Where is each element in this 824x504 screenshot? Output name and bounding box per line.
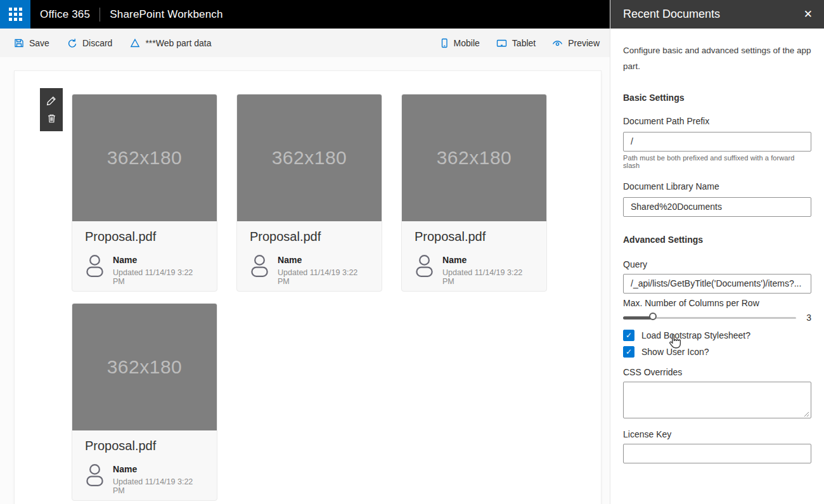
card-meta: Name Updated 11/14/19 3:22 PM	[85, 254, 204, 286]
show-user-icon-checkbox-row[interactable]: ✓ Show User Icon?	[623, 346, 811, 358]
document-card[interactable]: 362x180 Proposal.pdf Name Updated 11/14/…	[72, 303, 217, 501]
app-launcher-waffle-icon[interactable]	[0, 0, 30, 29]
author-name: Name	[113, 255, 204, 265]
max-columns-value: 3	[805, 313, 811, 323]
thumbnail-placeholder: 362x180	[402, 94, 546, 221]
document-title[interactable]: Proposal.pdf	[85, 229, 204, 244]
discard-button[interactable]: Discard	[67, 38, 112, 48]
workbench-surface: 362x180 Proposal.pdf Name Updated 11/14/…	[0, 57, 610, 504]
main-column: Office 365 SharePoint Workbench Save Dis…	[0, 0, 610, 504]
css-overrides-wrap	[623, 382, 811, 421]
author-name: Name	[442, 255, 534, 265]
license-key-input[interactable]	[623, 444, 811, 463]
document-title[interactable]: Proposal.pdf	[250, 229, 369, 244]
advanced-settings-heading: Advanced Settings	[623, 235, 811, 245]
preview-controls: Mobile Tablet Preview	[423, 38, 600, 48]
mobile-button[interactable]: Mobile	[440, 38, 480, 48]
person-icon	[85, 463, 105, 487]
updated-timestamp: Updated 11/14/19 3:22 PM	[113, 477, 204, 495]
css-overrides-textarea[interactable]	[623, 382, 811, 418]
thumbnail-placeholder: 362x180	[72, 304, 217, 430]
tablet-icon	[496, 38, 507, 48]
load-bootstrap-checkbox-row[interactable]: ✓ Load Bootstrap Stylesheet?	[623, 330, 811, 341]
document-card[interactable]: 362x180 Proposal.pdf Name Updated 11/14/…	[236, 94, 382, 292]
document-card-grid: 362x180 Proposal.pdf Name Updated 11/14/…	[72, 94, 560, 501]
warning-triangle-icon	[130, 38, 140, 48]
meta-texts: Name Updated 11/14/19 3:22 PM	[278, 254, 369, 286]
card-meta: Name Updated 11/14/19 3:22 PM	[85, 463, 204, 495]
author-name: Name	[113, 464, 204, 474]
tablet-button[interactable]: Tablet	[496, 38, 536, 48]
pane-description: Configure basic and advanced settings of…	[623, 43, 811, 75]
thumbnail-placeholder: 362x180	[72, 94, 217, 221]
document-path-prefix-label: Document Path Prefix	[623, 116, 811, 126]
license-key-label: License Key	[623, 429, 811, 439]
workbench-command-bar: Save Discard ***Web part data	[0, 29, 610, 57]
document-path-prefix-helper: Path must be both prefixed and suffixed …	[623, 154, 811, 169]
document-library-name-input[interactable]	[623, 197, 811, 217]
checkbox-checked-icon[interactable]: ✓	[623, 330, 634, 341]
meta-texts: Name Updated 11/14/19 3:22 PM	[113, 254, 204, 286]
card-body: Proposal.pdf Name Updated 11/14/19 3:22 …	[72, 430, 217, 495]
meta-texts: Name Updated 11/14/19 3:22 PM	[113, 463, 204, 495]
card-meta: Name Updated 11/14/19 3:22 PM	[250, 254, 369, 286]
card-body: Proposal.pdf Name Updated 11/14/19 3:22 …	[237, 221, 382, 286]
author-name: Name	[278, 255, 369, 265]
person-icon	[250, 254, 269, 278]
card-body: Proposal.pdf Name Updated 11/14/19 3:22 …	[72, 221, 217, 286]
max-columns-label: Max. Number of Columns per Row	[623, 298, 811, 308]
card-body: Proposal.pdf Name Updated 11/14/19 3:22 …	[402, 221, 546, 286]
webpart-data-label: ***Web part data	[145, 38, 211, 48]
property-pane-header: Recent Documents ✕	[610, 0, 824, 29]
show-user-icon-label: Show User Icon?	[641, 347, 709, 357]
preview-button[interactable]: Preview	[552, 38, 600, 48]
card-meta: Name Updated 11/14/19 3:22 PM	[415, 254, 534, 286]
workbench-title: SharePoint Workbench	[110, 8, 223, 21]
person-icon	[415, 254, 434, 278]
document-card[interactable]: 362x180 Proposal.pdf Name Updated 11/14/…	[401, 94, 547, 292]
document-title[interactable]: Proposal.pdf	[85, 439, 204, 453]
webpart-data-button[interactable]: ***Web part data	[130, 38, 211, 48]
basic-settings-heading: Basic Settings	[623, 93, 811, 103]
property-pane: Recent Documents ✕ Configure basic and a…	[610, 0, 824, 504]
topbar-divider	[100, 8, 100, 22]
webpart-canvas[interactable]: 362x180 Proposal.pdf Name Updated 11/14/…	[15, 71, 601, 504]
save-icon	[14, 38, 24, 48]
mobile-phone-icon	[440, 38, 449, 48]
document-library-name-label: Document Library Name	[623, 181, 811, 191]
thumbnail-placeholder: 362x180	[237, 94, 382, 221]
preview-label: Preview	[568, 38, 600, 48]
updated-timestamp: Updated 11/14/19 3:22 PM	[442, 268, 534, 286]
discard-label: Discard	[82, 38, 112, 48]
webpart-edit-toolbar	[40, 88, 63, 131]
save-button[interactable]: Save	[14, 38, 49, 48]
tablet-label: Tablet	[512, 38, 536, 48]
document-title[interactable]: Proposal.pdf	[415, 229, 534, 244]
query-label: Query	[623, 259, 811, 269]
undo-icon	[67, 38, 77, 48]
document-card[interactable]: 362x180 Proposal.pdf Name Updated 11/14/…	[72, 94, 217, 292]
office-top-bar: Office 365 SharePoint Workbench	[0, 0, 610, 29]
property-pane-body: Configure basic and advanced settings of…	[610, 29, 824, 463]
updated-timestamp: Updated 11/14/19 3:22 PM	[113, 268, 204, 286]
updated-timestamp: Updated 11/14/19 3:22 PM	[278, 268, 369, 286]
css-overrides-label: CSS Overrides	[623, 367, 811, 377]
save-label: Save	[29, 38, 49, 48]
max-columns-slider[interactable]	[623, 313, 796, 323]
query-input[interactable]	[623, 274, 811, 294]
checkbox-checked-icon[interactable]: ✓	[623, 346, 634, 358]
close-icon[interactable]: ✕	[804, 9, 813, 20]
delete-trash-icon[interactable]	[47, 113, 56, 124]
max-columns-slider-row: 3	[623, 313, 811, 323]
person-icon	[85, 254, 105, 278]
document-path-prefix-input[interactable]	[623, 132, 811, 152]
edit-pencil-icon[interactable]	[46, 96, 56, 106]
property-pane-title: Recent Documents	[623, 8, 720, 21]
mobile-label: Mobile	[454, 38, 480, 48]
meta-texts: Name Updated 11/14/19 3:22 PM	[442, 254, 534, 286]
preview-eye-icon	[552, 38, 563, 48]
slider-thumb[interactable]	[649, 313, 657, 320]
load-bootstrap-label: Load Bootstrap Stylesheet?	[641, 330, 750, 340]
office365-brand[interactable]: Office 365	[40, 8, 90, 21]
